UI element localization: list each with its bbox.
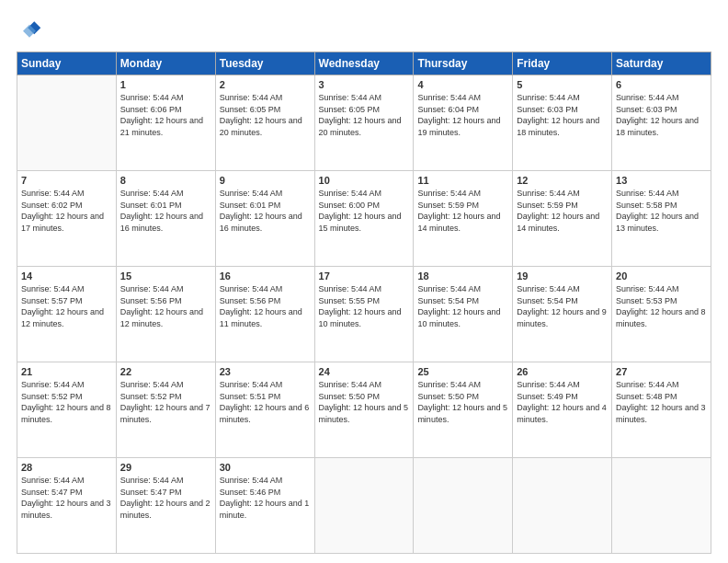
cell-info: Sunrise: 5:44 AMSunset: 5:52 PMDaylight:…	[120, 379, 211, 425]
cell-info: Sunrise: 5:44 AMSunset: 6:02 PMDaylight:…	[21, 188, 112, 234]
day-number: 4	[417, 79, 508, 90]
cell-info: Sunrise: 5:44 AMSunset: 5:53 PMDaylight:…	[616, 283, 707, 329]
calendar-cell: 28Sunrise: 5:44 AMSunset: 5:47 PMDayligh…	[17, 458, 117, 554]
calendar-cell: 20Sunrise: 5:44 AMSunset: 5:53 PMDayligh…	[612, 267, 711, 362]
cell-info: Sunrise: 5:44 AMSunset: 6:05 PMDaylight:…	[319, 92, 410, 138]
weekday-saturday: Saturday	[612, 52, 711, 75]
header	[17, 17, 711, 42]
day-number: 10	[319, 175, 410, 186]
calendar-cell	[314, 458, 414, 554]
logo	[17, 17, 46, 42]
calendar-cell: 23Sunrise: 5:44 AMSunset: 5:51 PMDayligh…	[215, 362, 314, 458]
calendar-cell: 5Sunrise: 5:44 AMSunset: 6:03 PMDaylight…	[513, 75, 612, 171]
day-number: 12	[517, 175, 608, 186]
cell-info: Sunrise: 5:44 AMSunset: 5:48 PMDaylight:…	[616, 379, 707, 425]
day-number: 23	[220, 366, 311, 377]
day-number: 25	[417, 366, 508, 377]
cell-info: Sunrise: 5:44 AMSunset: 5:54 PMDaylight:…	[517, 283, 608, 329]
calendar-cell: 17Sunrise: 5:44 AMSunset: 5:55 PMDayligh…	[314, 267, 414, 362]
weekday-wednesday: Wednesday	[314, 52, 414, 75]
cell-info: Sunrise: 5:44 AMSunset: 5:46 PMDaylight:…	[220, 475, 311, 521]
day-number: 9	[220, 175, 311, 186]
cell-info: Sunrise: 5:44 AMSunset: 5:57 PMDaylight:…	[21, 283, 112, 329]
calendar-cell: 14Sunrise: 5:44 AMSunset: 5:57 PMDayligh…	[17, 267, 117, 362]
cell-info: Sunrise: 5:44 AMSunset: 5:59 PMDaylight:…	[517, 188, 608, 234]
calendar-cell: 30Sunrise: 5:44 AMSunset: 5:46 PMDayligh…	[215, 458, 314, 554]
day-number: 18	[417, 270, 508, 282]
cell-info: Sunrise: 5:44 AMSunset: 5:47 PMDaylight:…	[120, 475, 211, 521]
day-number: 15	[120, 270, 211, 282]
week-row-1: 1Sunrise: 5:44 AMSunset: 6:06 PMDaylight…	[17, 75, 711, 171]
day-number: 21	[21, 366, 112, 377]
day-number: 1	[120, 79, 211, 90]
calendar-cell: 29Sunrise: 5:44 AMSunset: 5:47 PMDayligh…	[116, 458, 215, 554]
calendar-cell: 22Sunrise: 5:44 AMSunset: 5:52 PMDayligh…	[116, 362, 215, 458]
calendar-table: SundayMondayTuesdayWednesdayThursdayFrid…	[17, 52, 711, 554]
page: SundayMondayTuesdayWednesdayThursdayFrid…	[0, 0, 728, 563]
calendar-cell: 25Sunrise: 5:44 AMSunset: 5:50 PMDayligh…	[414, 362, 513, 458]
cell-info: Sunrise: 5:44 AMSunset: 5:58 PMDaylight:…	[616, 188, 707, 234]
calendar-cell: 18Sunrise: 5:44 AMSunset: 5:54 PMDayligh…	[414, 267, 513, 362]
week-row-3: 14Sunrise: 5:44 AMSunset: 5:57 PMDayligh…	[17, 267, 711, 362]
cell-info: Sunrise: 5:44 AMSunset: 6:03 PMDaylight:…	[616, 92, 707, 138]
day-number: 17	[319, 270, 410, 282]
day-number: 13	[616, 175, 707, 186]
cell-info: Sunrise: 5:44 AMSunset: 5:59 PMDaylight:…	[417, 188, 508, 234]
cell-info: Sunrise: 5:44 AMSunset: 5:50 PMDaylight:…	[319, 379, 410, 425]
weekday-sunday: Sunday	[17, 52, 117, 75]
day-number: 30	[220, 462, 311, 473]
calendar-cell: 4Sunrise: 5:44 AMSunset: 6:04 PMDaylight…	[414, 75, 513, 171]
day-number: 6	[616, 79, 707, 90]
calendar-cell: 3Sunrise: 5:44 AMSunset: 6:05 PMDaylight…	[314, 75, 414, 171]
day-number: 22	[120, 366, 211, 377]
calendar-cell	[612, 458, 711, 554]
calendar-cell: 16Sunrise: 5:44 AMSunset: 5:56 PMDayligh…	[215, 267, 314, 362]
cell-info: Sunrise: 5:44 AMSunset: 5:51 PMDaylight:…	[220, 379, 311, 425]
calendar-cell: 12Sunrise: 5:44 AMSunset: 5:59 PMDayligh…	[513, 171, 612, 267]
day-number: 5	[517, 79, 608, 90]
day-number: 27	[616, 366, 707, 377]
calendar-cell: 15Sunrise: 5:44 AMSunset: 5:56 PMDayligh…	[116, 267, 215, 362]
calendar-cell: 24Sunrise: 5:44 AMSunset: 5:50 PMDayligh…	[314, 362, 414, 458]
cell-info: Sunrise: 5:44 AMSunset: 5:56 PMDaylight:…	[120, 283, 211, 329]
day-number: 11	[417, 175, 508, 186]
day-number: 14	[21, 270, 112, 282]
day-number: 26	[517, 366, 608, 377]
day-number: 16	[220, 270, 311, 282]
calendar-cell: 7Sunrise: 5:44 AMSunset: 6:02 PMDaylight…	[17, 171, 117, 267]
cell-info: Sunrise: 5:44 AMSunset: 6:00 PMDaylight:…	[319, 188, 410, 234]
calendar-cell: 6Sunrise: 5:44 AMSunset: 6:03 PMDaylight…	[612, 75, 711, 171]
cell-info: Sunrise: 5:44 AMSunset: 6:03 PMDaylight:…	[517, 92, 608, 138]
cell-info: Sunrise: 5:44 AMSunset: 5:55 PMDaylight:…	[319, 283, 410, 329]
cell-info: Sunrise: 5:44 AMSunset: 5:52 PMDaylight:…	[21, 379, 112, 425]
day-number: 3	[319, 79, 410, 90]
cell-info: Sunrise: 5:44 AMSunset: 5:54 PMDaylight:…	[417, 283, 508, 329]
calendar-cell: 8Sunrise: 5:44 AMSunset: 6:01 PMDaylight…	[116, 171, 215, 267]
calendar-cell	[414, 458, 513, 554]
cell-info: Sunrise: 5:44 AMSunset: 6:04 PMDaylight:…	[417, 92, 508, 138]
calendar-cell: 11Sunrise: 5:44 AMSunset: 5:59 PMDayligh…	[414, 171, 513, 267]
cell-info: Sunrise: 5:44 AMSunset: 5:49 PMDaylight:…	[517, 379, 608, 425]
calendar-cell: 19Sunrise: 5:44 AMSunset: 5:54 PMDayligh…	[513, 267, 612, 362]
calendar-cell: 2Sunrise: 5:44 AMSunset: 6:05 PMDaylight…	[215, 75, 314, 171]
day-number: 2	[220, 79, 311, 90]
day-number: 8	[120, 175, 211, 186]
calendar-cell: 9Sunrise: 5:44 AMSunset: 6:01 PMDaylight…	[215, 171, 314, 267]
calendar-cell: 26Sunrise: 5:44 AMSunset: 5:49 PMDayligh…	[513, 362, 612, 458]
weekday-tuesday: Tuesday	[215, 52, 314, 75]
calendar-cell	[17, 75, 117, 171]
cell-info: Sunrise: 5:44 AMSunset: 6:06 PMDaylight:…	[120, 92, 211, 138]
cell-info: Sunrise: 5:44 AMSunset: 5:50 PMDaylight:…	[417, 379, 508, 425]
cell-info: Sunrise: 5:44 AMSunset: 5:47 PMDaylight:…	[21, 475, 112, 521]
calendar-cell: 21Sunrise: 5:44 AMSunset: 5:52 PMDayligh…	[17, 362, 117, 458]
weekday-friday: Friday	[513, 52, 612, 75]
weekday-thursday: Thursday	[414, 52, 513, 75]
logo-icon	[17, 17, 42, 42]
day-number: 29	[120, 462, 211, 473]
cell-info: Sunrise: 5:44 AMSunset: 6:01 PMDaylight:…	[220, 188, 311, 234]
week-row-2: 7Sunrise: 5:44 AMSunset: 6:02 PMDaylight…	[17, 171, 711, 267]
day-number: 20	[616, 270, 707, 282]
cell-info: Sunrise: 5:44 AMSunset: 6:05 PMDaylight:…	[220, 92, 311, 138]
weekday-header-row: SundayMondayTuesdayWednesdayThursdayFrid…	[17, 52, 711, 75]
weekday-monday: Monday	[116, 52, 215, 75]
